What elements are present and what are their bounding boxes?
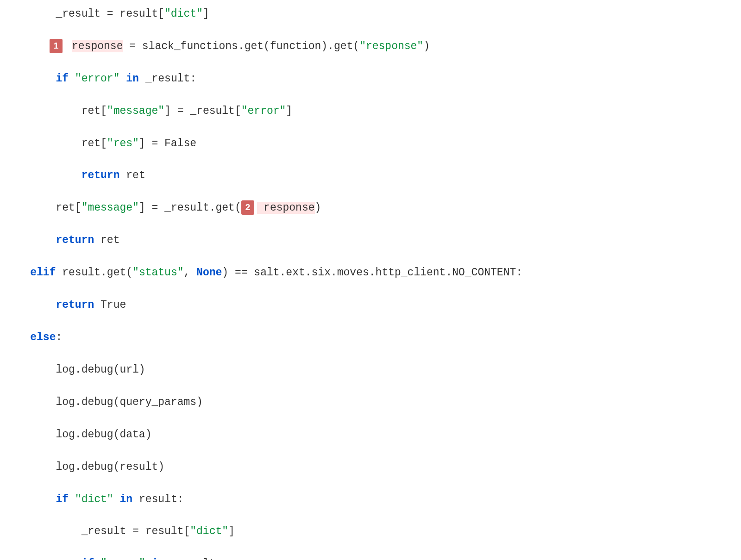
issue-marker-2[interactable]: 2 [241, 200, 255, 215]
code-text: _result = result[ [5, 8, 164, 20]
issue-marker-1[interactable]: 1 [50, 39, 63, 53]
code-viewer: _result = result["dict"] 1 response = sl… [0, 0, 741, 560]
highlight-response-def: response [72, 40, 123, 52]
highlight-response-use: response [257, 202, 314, 214]
